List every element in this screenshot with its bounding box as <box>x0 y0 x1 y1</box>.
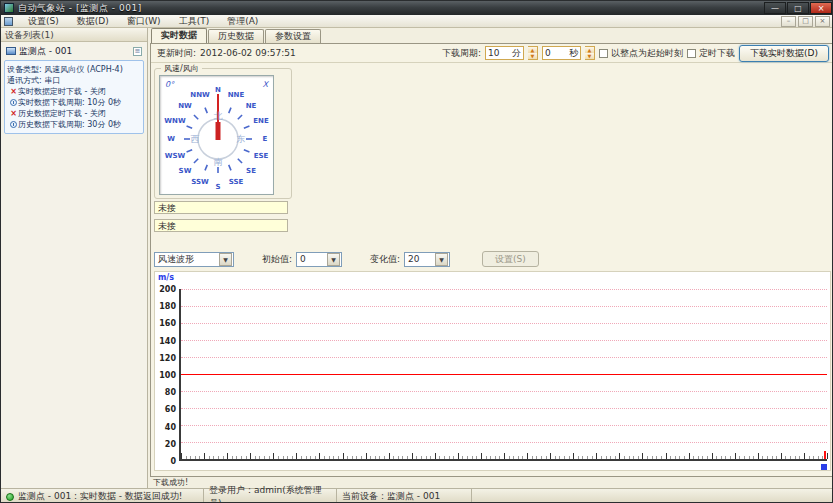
maximize-button[interactable]: □ <box>787 2 809 14</box>
set-button[interactable]: 设置(S) <box>482 251 539 267</box>
realtime-period-line: 实时数据下载周期: 10分 0秒 <box>9 97 141 108</box>
mdi-minimize-button[interactable]: – <box>781 16 796 27</box>
compass-label-e: E <box>263 135 268 143</box>
checkbox-icon[interactable] <box>599 49 608 58</box>
y-tick-label: 100 <box>155 371 176 380</box>
seconds-stepper[interactable]: ▲▼ <box>585 46 595 60</box>
mdi-close-button[interactable]: × <box>815 16 830 27</box>
compass-label-n: N <box>215 86 221 94</box>
minutes-input[interactable]: 10 分 <box>485 46 524 60</box>
device-type-line: 设备类型: 风速风向仪 (ACPH-4) <box>7 64 141 75</box>
device-list-header: 设备列表(1) <box>1 28 147 42</box>
update-time-value: 2012-06-02 09:57:51 <box>200 48 296 58</box>
compass-label-wsw: WSW <box>165 152 185 160</box>
plot-area <box>179 289 827 461</box>
device-info-box: 设备类型: 风速风向仪 (ACPH-4) 通讯方式: 串口 × 实时数据定时下载… <box>4 60 144 134</box>
minutes-stepper[interactable]: ▲▼ <box>528 46 538 60</box>
collapse-button[interactable]: ≡ <box>133 47 142 56</box>
status-user: 登录用户：admin(系统管理员) <box>204 489 337 503</box>
y-tick-label: 0 <box>155 457 176 466</box>
menu-manage[interactable]: 管理(A) <box>218 15 267 28</box>
chevron-down-icon[interactable]: ▼ <box>435 253 448 266</box>
download-period-label: 下载周期: <box>442 47 481 60</box>
realtime-tab-content: 更新时间: 2012-06-02 09:57:51 下载周期: 10 分 ▲▼ … <box>150 43 833 477</box>
minimize-button[interactable]: — <box>764 2 786 14</box>
tree-item-monitor-point[interactable]: 监测点 - 001 ≡ <box>1 44 147 58</box>
child-window-icon <box>4 17 13 26</box>
y-tick-label: 60 <box>155 405 176 414</box>
tab-realtime-data[interactable]: 实时数据 <box>151 28 207 43</box>
seconds-input[interactable]: 0 秒 <box>542 46 581 60</box>
menu-settings[interactable]: 设置(S) <box>19 15 68 28</box>
app-icon <box>4 3 14 13</box>
compass-label-sse: SSE <box>229 178 244 186</box>
realtime-timed-line: × 实时数据定时下载 - 关闭 <box>9 86 141 97</box>
initial-value-label: 初始值: <box>262 253 292 266</box>
clock-icon <box>10 121 17 128</box>
status-current-device: 当前设备：监测点 - 001 <box>337 489 472 503</box>
window-title: 自动气象站 - [监测点 - 001] <box>18 2 763 15</box>
checkbox-icon[interactable] <box>687 49 696 58</box>
spin-down-icon[interactable]: ▼ <box>528 53 537 59</box>
clock-icon <box>10 99 17 106</box>
y-tick-label: 140 <box>155 336 176 345</box>
y-tick-label: 40 <box>155 422 176 431</box>
menu-tools[interactable]: 工具(T) <box>170 15 219 28</box>
x-icon: × <box>9 86 18 97</box>
history-timed-line: × 历史数据定时下载 - 关闭 <box>9 108 141 119</box>
compass-label-nnw: NNW <box>190 91 209 99</box>
wind-speed-chart: m/s 020406080100120140160180200 <box>154 271 831 471</box>
chevron-down-icon[interactable]: ▼ <box>219 253 232 266</box>
compass-label-nne: NNE <box>228 91 245 99</box>
status-ok-icon <box>6 493 14 501</box>
chevron-down-icon[interactable]: ▼ <box>327 253 340 266</box>
device-icon <box>6 47 16 55</box>
close-button[interactable]: × <box>810 2 832 14</box>
y-tick-label: 80 <box>155 388 176 397</box>
wind-speed-flag: X <box>263 80 268 89</box>
wind-gauge-group: 风速/风向 0° X N NNE NE ENE E ESE SE SSE S <box>154 68 292 199</box>
compass-cn-east: 东 <box>237 133 246 146</box>
x-axis-ticks <box>181 451 827 459</box>
delta-value-select[interactable]: 20 ▼ <box>404 252 450 267</box>
wind-direction-value: 0° <box>165 80 174 89</box>
status-message: 监测点 - 001 : 实时数据 - 数据返回成功! <box>1 489 204 503</box>
y-tick-label: 160 <box>155 319 176 328</box>
compass-label-s: S <box>215 183 220 191</box>
mdi-restore-button[interactable]: □ <box>798 16 813 27</box>
align-hour-checkbox[interactable]: 以整点为起始时刻 <box>599 47 683 60</box>
y-axis-unit-label: m/s <box>158 273 174 282</box>
y-tick-label: 20 <box>155 439 176 448</box>
chart-controls: 风速波形 ▼ 初始值: 0 ▼ 变化值: 20 ▼ 设置(S) <box>154 250 832 268</box>
tab-history-data[interactable]: 历史数据 <box>208 29 264 43</box>
chart-scroll-thumb[interactable] <box>821 464 827 470</box>
compass-label-ese: ESE <box>254 152 269 160</box>
gauge-group-title: 风速/风向 <box>161 63 202 74</box>
compass-cn-west: 西 <box>191 133 200 146</box>
initial-value-select[interactable]: 0 ▼ <box>296 252 342 267</box>
tab-parameter-settings[interactable]: 参数设置 <box>265 29 321 43</box>
tab-bar: 实时数据 历史数据 参数设置 <box>151 28 833 43</box>
y-tick-label: 180 <box>155 302 176 311</box>
compass-cn-north: 北 <box>214 110 223 123</box>
menu-data[interactable]: 数据(D) <box>68 15 118 28</box>
compass-label-ne: NE <box>246 102 257 110</box>
menu-window[interactable]: 窗口(W) <box>118 15 170 28</box>
compass-label-ssw: SSW <box>191 178 209 186</box>
sensor-status-box-2: 未接 <box>154 219 288 232</box>
download-realtime-button[interactable]: 下载实时数据(D) <box>739 45 829 62</box>
timed-download-checkbox[interactable]: 定时下载 <box>687 47 735 60</box>
sensor-status-box-1: 未接 <box>154 201 288 214</box>
title-bar: 自动气象站 - [监测点 - 001] — □ × <box>1 1 833 15</box>
compass-cn-south: 南 <box>214 156 223 169</box>
y-tick-label: 120 <box>155 353 176 362</box>
compass-label-wnw: WNW <box>164 117 185 125</box>
wind-compass: 0° X N NNE NE ENE E ESE SE SSE S SSW SW … <box>159 75 274 195</box>
history-period-line: 历史数据下载周期: 30分 0秒 <box>9 119 141 130</box>
update-toolbar: 更新时间: 2012-06-02 09:57:51 下载周期: 10 分 ▲▼ … <box>151 44 833 63</box>
waveform-select[interactable]: 风速波形 ▼ <box>154 252 234 267</box>
x-icon: × <box>9 108 18 119</box>
spin-down-icon[interactable]: ▼ <box>585 53 594 59</box>
device-list-panel: 设备列表(1) 监测点 - 001 ≡ 设备类型: 风速风向仪 (ACPH-4)… <box>1 28 148 488</box>
status-bar: 监测点 - 001 : 实时数据 - 数据返回成功! 登录用户：admin(系统… <box>1 488 833 503</box>
